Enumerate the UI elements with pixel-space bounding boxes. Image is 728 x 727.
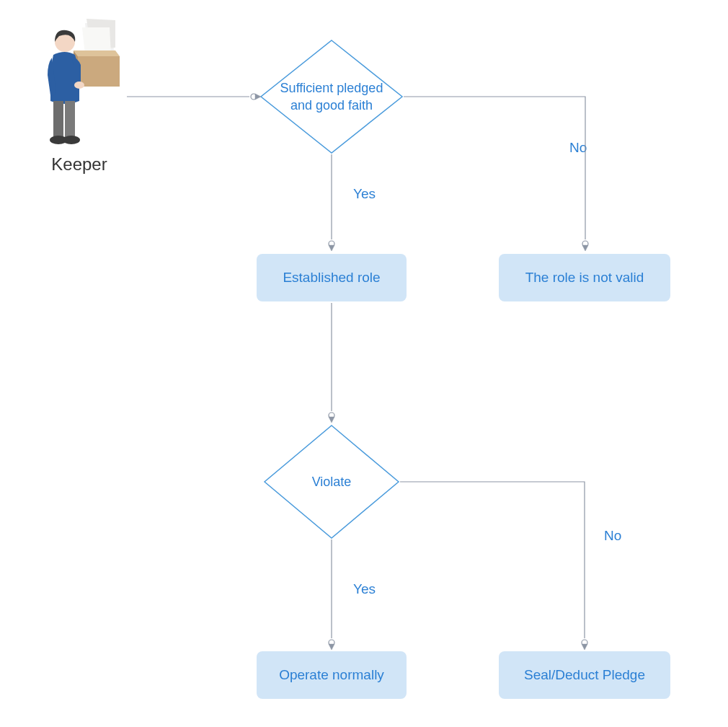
svg-marker-21 xyxy=(582,245,588,251)
svg-rect-8 xyxy=(53,101,63,137)
process-operate-normally: Operate normally xyxy=(257,651,407,699)
decision-violate: Violate xyxy=(263,424,400,539)
process-role-not-valid-text: The role is not valid xyxy=(525,270,644,286)
svg-point-7 xyxy=(74,81,84,89)
svg-marker-16 xyxy=(255,94,261,100)
decision-sufficient-pledged: Sufficient pledged and good faith xyxy=(259,39,404,154)
decision-violate-text: Violate xyxy=(288,473,375,490)
process-seal-deduct: Seal/Deduct Pledge xyxy=(499,651,670,699)
process-seal-deduct-text: Seal/Deduct Pledge xyxy=(524,667,645,683)
decision-sufficient-pledged-text: Sufficient pledged and good faith xyxy=(278,79,386,115)
arrow-established-to-violate xyxy=(324,303,339,426)
flowchart-canvas: { "actor": { "label": "Keeper" }, "nodes… xyxy=(0,0,728,727)
svg-marker-19 xyxy=(329,245,334,251)
process-role-not-valid: The role is not valid xyxy=(499,254,670,301)
keeper-label: Keeper xyxy=(43,154,115,175)
arrow-decision1-no xyxy=(404,89,598,255)
svg-marker-27 xyxy=(329,644,334,650)
svg-rect-9 xyxy=(65,101,75,137)
keeper-icon xyxy=(35,17,121,147)
edge-label-no-2: No xyxy=(604,528,621,544)
svg-marker-29 xyxy=(582,644,587,650)
arrow-keeper-to-decision1 xyxy=(127,89,264,104)
svg-marker-3 xyxy=(78,56,120,87)
edge-label-yes-1: Yes xyxy=(353,186,376,202)
arrow-decision1-yes xyxy=(324,154,339,255)
process-operate-normally-text: Operate normally xyxy=(279,667,384,683)
process-established-role: Established role xyxy=(257,254,407,301)
svg-marker-24 xyxy=(329,417,334,423)
arrow-decision2-no xyxy=(400,475,602,653)
arrow-decision2-yes xyxy=(324,539,339,653)
process-established-role-text: Established role xyxy=(283,270,380,286)
svg-point-11 xyxy=(63,136,80,144)
edge-label-yes-2: Yes xyxy=(353,581,376,597)
svg-marker-4 xyxy=(74,50,120,56)
